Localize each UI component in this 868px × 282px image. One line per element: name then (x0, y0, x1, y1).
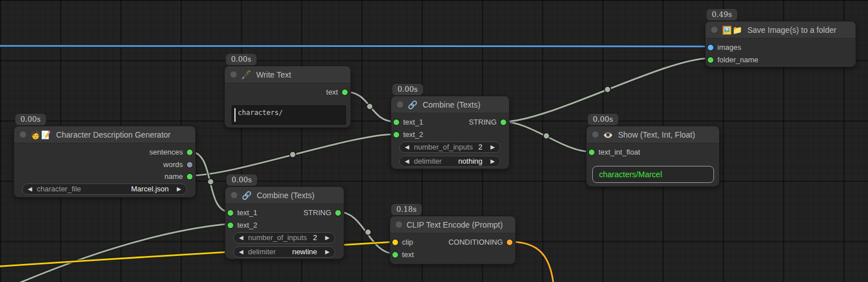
widget-delimiter[interactable]: ◀delimiternothing▶ (399, 156, 501, 167)
node-combine-texts-2[interactable]: 0.00s🔗Combine (Texts)text_1text_2STRING◀… (225, 186, 344, 259)
stepper-left-icon[interactable]: ◀ (405, 142, 409, 152)
input-dot-clip[interactable] (392, 240, 398, 245)
node-title-icon: 🖋️ (241, 71, 251, 79)
widget-number_of_inputs[interactable]: ◀number_of_inputs2▶ (233, 232, 335, 243)
collapse-dot-icon[interactable] (231, 192, 237, 198)
node-title: Character Description Generator (56, 130, 170, 139)
input-slot-text: text (390, 249, 414, 260)
output-label: sentences (149, 148, 183, 156)
output-dot-CONDITIONING[interactable] (507, 240, 512, 245)
node-title: Save Image(s) to a folder (747, 25, 836, 35)
collapse-dot-icon[interactable] (20, 131, 26, 138)
node-title: Write Text (256, 70, 291, 79)
input-slot-text_2: text_2 (391, 129, 423, 140)
stepper-left-icon[interactable]: ◀ (405, 156, 409, 166)
output-dot-STRING[interactable] (335, 210, 341, 216)
collapse-dot-icon[interactable] (592, 131, 598, 138)
collapse-dot-icon[interactable] (396, 221, 402, 228)
input-dot-folder_name[interactable] (708, 57, 713, 63)
widget-number_of_inputs[interactable]: ◀number_of_inputs2▶ (399, 142, 501, 153)
stepper-left-icon[interactable]: ◀ (239, 247, 243, 257)
stepper-right-icon[interactable]: ▶ (325, 247, 330, 257)
input-dot-text_2[interactable] (228, 223, 233, 228)
input-dot-text_2[interactable] (394, 132, 399, 138)
input-label: images (717, 43, 741, 52)
input-dot-text_1[interactable] (394, 119, 399, 125)
node-title: Combine (Texts) (256, 191, 314, 200)
node-title-icon: 🔗 (242, 191, 252, 199)
node-title-icon: 🖼️📁 (722, 26, 743, 34)
input-slot-folder_name: folder_name (705, 54, 758, 66)
input-slot-text_int_float: text_int_float (587, 147, 640, 158)
execution-time-badge: 0.00s (392, 84, 423, 95)
images-link[interactable] (0, 46, 709, 46)
widget-delimiter[interactable]: ◀delimiternewline▶ (233, 246, 335, 258)
text-input-area[interactable]: characters/ (232, 105, 346, 125)
output-slot-CONDITIONING: CONDITIONING (448, 237, 515, 248)
widget-value: nothing (458, 156, 482, 166)
input-slot-text_1: text_1 (391, 117, 423, 128)
input-label: text_1 (403, 118, 423, 126)
output-label: name (164, 172, 183, 181)
conditioning-link[interactable] (510, 242, 554, 282)
input-dot-images[interactable] (708, 45, 713, 50)
input-dot-text[interactable] (392, 252, 398, 258)
output-dot-words[interactable] (187, 162, 193, 168)
output-label: text (326, 88, 338, 96)
input-dot-text_1[interactable] (228, 210, 233, 216)
combine1-string-to-save-foldername-link-midpoint-dot (605, 87, 611, 93)
widget-value: 2 (313, 233, 317, 243)
input-label: clip (402, 238, 413, 246)
name-to-combine1-text2-link-midpoint-dot (290, 152, 296, 158)
node-title-icon: 🔗 (408, 101, 418, 109)
output-dot-STRING[interactable] (501, 119, 506, 125)
output-slot-sentences: sentences (149, 147, 195, 158)
node-title: Combine (Texts) (422, 100, 480, 109)
output-label: STRING (469, 118, 497, 126)
node-clip-text-encode[interactable]: 0.18sCLIP Text Encode (Prompt)cliptextCO… (390, 216, 516, 264)
execution-time-badge: 0.00s (226, 174, 257, 186)
widget-label: character_file (37, 184, 81, 194)
output-label: CONDITIONING (448, 238, 503, 246)
execution-time-badge: 0.00s (226, 54, 256, 65)
textarea-value: characters/ (238, 109, 283, 117)
collapse-dot-icon[interactable] (397, 101, 403, 108)
node-show-text-int-float[interactable]: 0.00s👁️Show (Text, Int, Float)text_int_f… (586, 126, 720, 187)
output-label: STRING (303, 208, 331, 217)
output-slot-text: text (326, 87, 350, 98)
stepper-left-icon[interactable]: ◀ (28, 184, 32, 194)
display-output-box: characters/Marcel (592, 166, 714, 183)
collapse-dot-icon[interactable] (711, 27, 717, 33)
node-write-text[interactable]: 0.00s🖋️Write Texttextcharacters/ (224, 66, 351, 128)
stepper-left-icon[interactable]: ◀ (239, 233, 243, 243)
widget-value: 2 (478, 142, 482, 152)
widget-label: delimiter (248, 247, 276, 257)
input-label: text_int_float (598, 148, 640, 156)
node-character-description-generator[interactable]: 0.00s🧑📝Character Description Generatorse… (14, 126, 196, 198)
stepper-right-icon[interactable]: ▶ (490, 156, 495, 166)
widget-value: newline (292, 247, 317, 257)
execution-time-badge: 0.00s (588, 114, 618, 125)
node-titlebar: 🔗Combine (Texts) (391, 96, 509, 113)
input-label: text_2 (403, 130, 423, 139)
node-title-icon: 👁️ (603, 131, 613, 139)
stepper-right-icon[interactable]: ▶ (325, 233, 330, 243)
input-dot-text_int_float[interactable] (589, 149, 595, 155)
node-titlebar: CLIP Text Encode (Prompt) (390, 216, 515, 233)
stepper-right-icon[interactable]: ▶ (490, 142, 495, 152)
write-text-to-combine1-text1-link-midpoint-dot (367, 104, 373, 110)
node-save-images-to-folder[interactable]: 0.49s🖼️📁Save Image(s) to a folderimagesf… (705, 21, 856, 67)
input-label: text_1 (237, 208, 257, 217)
output-slot-words: words (163, 159, 195, 170)
execution-time-badge: 0.49s (707, 9, 737, 20)
sentences-to-combine2-text1-link-midpoint-dot (208, 179, 214, 185)
output-dot-text[interactable] (342, 89, 348, 95)
node-titlebar: 🖼️📁Save Image(s) to a folder (705, 22, 856, 39)
stepper-right-icon[interactable]: ▶ (177, 184, 181, 194)
node-combine-texts-1[interactable]: 0.00s🔗Combine (Texts)text_1text_2STRING◀… (391, 96, 510, 169)
output-dot-name[interactable] (187, 174, 193, 180)
node-graph-canvas[interactable]: 0.00s🧑📝Character Description Generatorse… (0, 0, 868, 282)
output-dot-sentences[interactable] (187, 149, 193, 155)
widget-character_file[interactable]: ◀character_fileMarcel.json▶ (22, 183, 187, 195)
collapse-dot-icon[interactable] (230, 71, 237, 78)
